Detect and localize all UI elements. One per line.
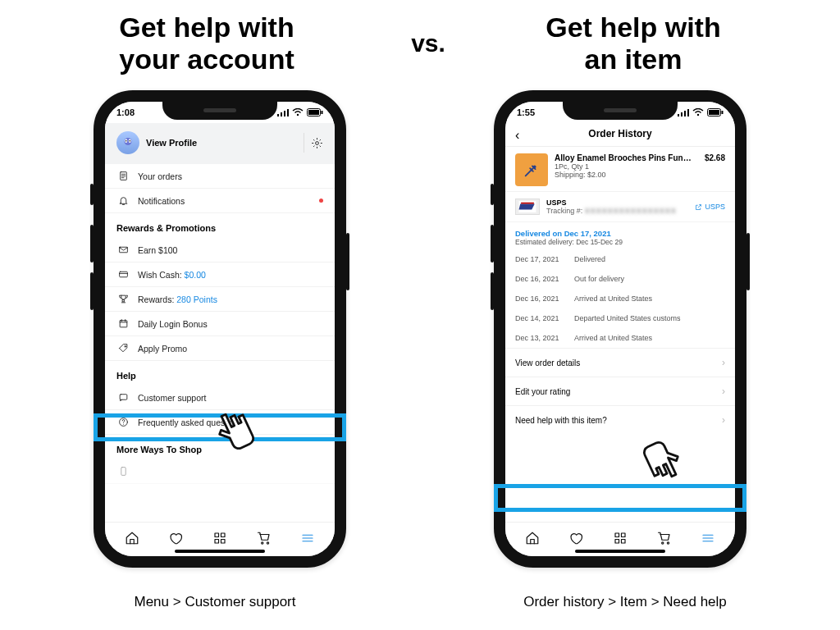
home-indicator[interactable] [175, 550, 265, 553]
estimated-delivery: Estimated delivery: Dec 15-Dec 29 [515, 238, 725, 246]
svg-rect-7 [322, 111, 323, 114]
tab-home[interactable] [525, 531, 540, 549]
wifi-icon [292, 108, 304, 116]
svg-rect-39 [621, 533, 625, 537]
svg-point-18 [124, 346, 126, 348]
svg-rect-3 [287, 109, 289, 116]
chevron-right-icon: › [722, 386, 725, 397]
heart-icon [168, 531, 183, 546]
menu-your-orders[interactable]: Your orders [105, 164, 335, 189]
right-caption: Order history > Item > Need help [486, 594, 765, 610]
menu-apply-promo[interactable]: Apply Promo [105, 336, 335, 361]
row-label: Customer support [138, 393, 206, 403]
home-indicator[interactable] [575, 550, 665, 553]
svg-rect-16 [119, 272, 127, 277]
phone-icon [118, 466, 129, 477]
headings: Get help with your account vs. Get help … [0, 11, 840, 75]
svg-rect-30 [684, 111, 686, 116]
chevron-right-icon: › [722, 414, 725, 426]
action-label: Need help with this item? [515, 416, 607, 425]
svg-point-36 [533, 166, 536, 169]
status-icons [277, 108, 323, 116]
product-qty: 1Pc, Qty 1 [555, 162, 698, 171]
menu-icon [300, 531, 315, 546]
pointer-hand-left [212, 405, 261, 454]
mail-icon [118, 244, 129, 255]
profile-header[interactable]: View Profile [105, 123, 335, 164]
timeline-row: Dec 16, 2021Arrived at United States [505, 289, 735, 308]
menu-rewards[interactable]: Rewards: 280 Points [105, 287, 335, 312]
row-label: Rewards: [138, 294, 174, 304]
tab-menu[interactable] [701, 531, 715, 549]
menu-more-item[interactable] [105, 459, 335, 484]
carrier-name: USPS [546, 199, 688, 207]
tab-cart[interactable] [657, 531, 672, 549]
tab-wishlist[interactable] [168, 531, 183, 549]
section-rewards: Rewards & Promotions [105, 213, 335, 238]
back-button[interactable]: ‹ [515, 128, 519, 143]
avatar-icon [121, 135, 135, 150]
usps-icon [518, 201, 536, 212]
svg-rect-2 [284, 111, 285, 116]
home-icon [125, 531, 139, 546]
avatar[interactable] [116, 131, 139, 154]
card-icon [118, 269, 129, 280]
order-history-header: ‹ Order History [505, 123, 735, 147]
tab-categories[interactable] [613, 531, 628, 549]
battery-icon [707, 108, 724, 116]
svg-rect-0 [277, 114, 279, 116]
svg-rect-29 [681, 112, 682, 116]
timeline-row: Dec 14, 2021Departed United States custo… [505, 308, 735, 328]
row-label: Notifications [138, 196, 185, 206]
trophy-icon [118, 294, 129, 304]
right-heading-line2: an item [584, 43, 682, 75]
captions: Menu > Customer support Order history > … [0, 594, 840, 610]
action-label: View order details [515, 358, 580, 368]
svg-rect-21 [121, 468, 125, 476]
timeline-row: Dec 16, 2021Out for delivery [505, 269, 735, 289]
carrier-row[interactable]: USPS Tracking #: XXXXXXXXXXXXXXXX USPS [505, 192, 735, 222]
menu-icon [701, 531, 715, 546]
svg-rect-22 [215, 533, 219, 537]
status-icons [678, 108, 724, 116]
left-heading: Get help with your account [59, 11, 354, 75]
settings-button[interactable] [304, 133, 323, 153]
pin-icon [523, 161, 541, 179]
page-title: Order History [588, 128, 651, 139]
right-phone: 1:55 ‹ Order History Alloy Enamel Brooch… [494, 90, 746, 568]
menu-daily-bonus[interactable]: Daily Login Bonus [105, 312, 335, 336]
usps-link[interactable]: USPS [695, 203, 725, 211]
usps-logo [515, 199, 540, 215]
tab-cart[interactable] [257, 531, 272, 549]
svg-rect-23 [221, 533, 225, 537]
right-heading-line1: Get help with [546, 11, 720, 43]
svg-rect-28 [678, 114, 679, 116]
tracking-label: Tracking #: [546, 207, 582, 215]
tab-home[interactable] [125, 531, 139, 549]
svg-rect-24 [215, 539, 219, 543]
tab-menu[interactable] [300, 531, 315, 549]
menu-earn[interactable]: Earn $100 [105, 238, 335, 262]
action-edit-rating[interactable]: Edit your rating› [505, 377, 735, 405]
menu-notifications[interactable]: Notifications [105, 189, 335, 213]
product-row[interactable]: Alloy Enamel Brooches Pins Fun… 1Pc, Qty… [505, 147, 735, 192]
svg-rect-31 [687, 109, 689, 116]
heart-icon [568, 531, 583, 546]
bell-icon [118, 195, 129, 206]
grid-icon [613, 531, 628, 546]
action-view-details[interactable]: View order details› [505, 348, 735, 377]
tab-wishlist[interactable] [568, 531, 583, 549]
tab-categories[interactable] [212, 531, 227, 549]
menu-wish-cash[interactable]: Wish Cash: $0.00 [105, 262, 335, 287]
phone-comparison: 1:08 View Profile [0, 90, 840, 568]
action-need-help[interactable]: Need help with this item?› [505, 405, 735, 434]
grid-icon [212, 531, 227, 546]
svg-point-42 [661, 541, 663, 543]
receipt-icon [118, 171, 129, 181]
row-label: Apply Promo [138, 344, 187, 354]
svg-point-12 [130, 140, 131, 142]
vs-label: vs. [404, 30, 453, 57]
cart-icon [657, 531, 672, 546]
row-label: Your orders [138, 171, 182, 181]
svg-point-32 [697, 114, 699, 116]
